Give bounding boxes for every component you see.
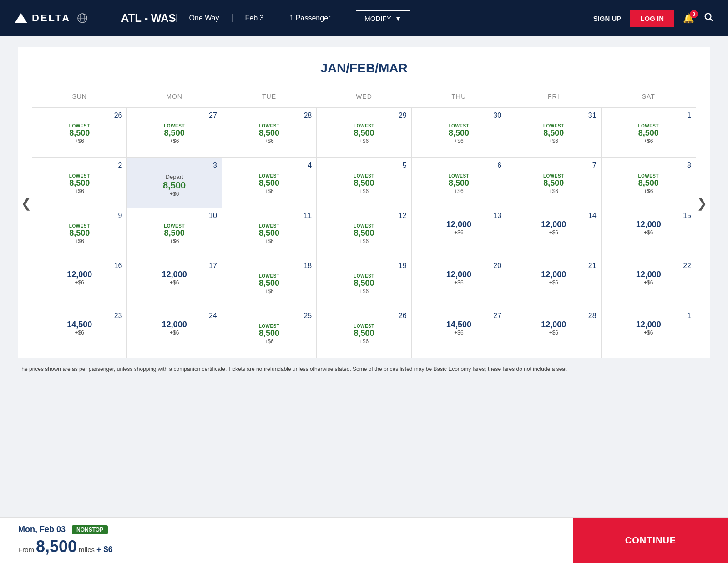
passenger-count: 1 Passenger: [277, 14, 344, 22]
calendar-day-cell[interactable]: 23 14,500 +$6: [32, 308, 127, 358]
price-miles: 12,000: [131, 270, 217, 279]
price-miles: 8,500: [131, 128, 217, 138]
calendar-day-cell[interactable]: 22 12,000 +$6: [601, 258, 696, 308]
svg-point-3: [705, 14, 711, 20]
calendar-day-cell[interactable]: 4 LOWEST 8,500 +$6: [222, 158, 316, 208]
calendar-week-row: 9 LOWEST 8,500 +$6 10 LOWEST 8,500 +$6 1…: [32, 208, 696, 258]
price-label: LOWEST: [321, 173, 406, 178]
day-number: 9: [37, 212, 122, 220]
calendar-day-cell[interactable]: 25 LOWEST 8,500 +$6: [222, 308, 316, 358]
calendar-day-cell[interactable]: 12 LOWEST 8,500 +$6: [317, 208, 411, 258]
search-button[interactable]: [703, 12, 713, 25]
price-miles: 14,500: [37, 320, 122, 330]
calendar-day-cell[interactable]: 5 LOWEST 8,500 +$6: [317, 158, 411, 208]
day-number: 7: [511, 162, 596, 170]
price-fee: +$6: [227, 238, 312, 244]
login-button[interactable]: LOG IN: [630, 10, 674, 27]
calendar-next-button[interactable]: ❯: [697, 195, 707, 210]
calendar-day-cell[interactable]: 24 12,000 +$6: [127, 308, 222, 358]
calendar-day-cell[interactable]: 27 14,500 +$6: [411, 308, 506, 358]
price-miles: 12,000: [511, 270, 596, 279]
price-label: LOWEST: [131, 123, 217, 128]
price-fee: +$6: [321, 338, 406, 345]
calendar-day-cell[interactable]: 19 LOWEST 8,500 +$6: [317, 258, 411, 308]
calendar-day-cell[interactable]: 14 12,000 +$6: [506, 208, 601, 258]
svg-line-4: [710, 19, 713, 21]
bottom-bar-info: Mon, Feb 03 NONSTOP From 8,500 miles + $…: [0, 525, 573, 556]
header-info: One Way Feb 3 1 Passenger: [176, 14, 344, 22]
price-label: LOWEST: [37, 123, 122, 128]
price-label: LOWEST: [606, 123, 691, 128]
col-thu: THU: [411, 89, 506, 108]
price-miles: 12,000: [606, 220, 691, 229]
price-miles: 12,000: [511, 320, 596, 330]
calendar-day-cell[interactable]: 6 LOWEST 8,500 +$6: [411, 158, 506, 208]
price-fee: +$6: [321, 138, 406, 144]
calendar-day-cell[interactable]: 28 12,000 +$6: [506, 308, 601, 358]
calendar-day-cell[interactable]: 29 LOWEST 8,500 +$6: [317, 108, 411, 158]
calendar-day-cell[interactable]: 31 LOWEST 8,500 +$6: [506, 108, 601, 158]
calendar-header-row: SUN MON TUE WED THU FRI SAT: [32, 89, 696, 108]
price-miles: 8,500: [321, 178, 406, 188]
price-fee: +$6: [37, 279, 122, 286]
calendar-day-cell[interactable]: 17 12,000 +$6: [127, 258, 222, 308]
signup-button[interactable]: SIGN UP: [593, 15, 622, 22]
calendar-day-cell[interactable]: 1 LOWEST 8,500 +$6: [601, 108, 696, 158]
notifications-button[interactable]: 🔔 3: [683, 13, 694, 24]
calendar-day-cell[interactable]: 28 LOWEST 8,500 +$6: [222, 108, 316, 158]
depart-fee: +$6: [131, 191, 217, 197]
price-label: LOWEST: [321, 123, 406, 128]
continue-button[interactable]: CONTINUE: [573, 518, 728, 563]
calendar-day-cell[interactable]: 30 LOWEST 8,500 +$6: [411, 108, 506, 158]
price-fee: +$6: [37, 330, 122, 336]
day-number: 12: [321, 212, 406, 220]
price-label: LOWEST: [37, 173, 122, 178]
calendar-day-cell[interactable]: 27 LOWEST 8,500 +$6: [127, 108, 222, 158]
price-miles: 8,500: [321, 228, 406, 238]
calendar-day-cell[interactable]: 21 12,000 +$6: [506, 258, 601, 308]
day-number: 1: [606, 112, 691, 120]
price-label: LOWEST: [606, 173, 691, 178]
price-miles: 8,500: [37, 128, 122, 138]
price-miles: 8,500: [321, 128, 406, 138]
calendar-day-cell[interactable]: 18 LOWEST 8,500 +$6: [222, 258, 316, 308]
price-fee: +$6: [511, 138, 596, 144]
calendar-day-cell[interactable]: 10 LOWEST 8,500 +$6: [127, 208, 222, 258]
price-miles: 8,500: [416, 178, 501, 188]
calendar-day-cell[interactable]: 2 LOWEST 8,500 +$6: [32, 158, 127, 208]
day-number: 2: [37, 162, 122, 170]
price-fee: +$6: [321, 288, 406, 294]
calendar-day-cell[interactable]: 26 LOWEST 8,500 +$6: [317, 308, 411, 358]
day-number: 18: [227, 262, 312, 270]
calendar-day-cell[interactable]: 20 12,000 +$6: [411, 258, 506, 308]
trip-date: Feb 3: [233, 14, 277, 22]
calendar-day-cell[interactable]: 1 12,000 +$6: [601, 308, 696, 358]
price-fee: +$6: [227, 138, 312, 144]
price-fee: +$6: [416, 330, 501, 336]
day-number: 30: [416, 112, 501, 120]
calendar-day-cell[interactable]: 26 LOWEST 8,500 +$6: [32, 108, 127, 158]
calendar-day-cell[interactable]: 8 LOWEST 8,500 +$6: [601, 158, 696, 208]
price-fee: +$6: [416, 188, 501, 194]
price-fee: +$6: [606, 330, 691, 336]
day-number: 25: [227, 312, 312, 320]
calendar-day-cell[interactable]: 11 LOWEST 8,500 +$6: [222, 208, 316, 258]
price-miles: 8,500: [511, 178, 596, 188]
notification-badge: 3: [690, 10, 698, 18]
calendar-day-cell[interactable]: 9 LOWEST 8,500 +$6: [32, 208, 127, 258]
calendar-day-cell[interactable]: 7 LOWEST 8,500 +$6: [506, 158, 601, 208]
modify-button[interactable]: MODIFY ▼: [356, 10, 410, 26]
price-miles: 8,500: [227, 329, 312, 338]
calendar-day-cell[interactable]: 16 12,000 +$6: [32, 258, 127, 308]
bottom-fee: + $6: [96, 545, 113, 554]
price-miles: 12,000: [606, 270, 691, 279]
price-miles: 8,500: [131, 228, 217, 238]
globe-icon: [77, 13, 88, 24]
col-sat: SAT: [601, 89, 696, 108]
calendar-day-cell[interactable]: 15 12,000 +$6: [601, 208, 696, 258]
calendar-day-cell[interactable]: 3 Depart 8,500 +$6: [127, 158, 222, 208]
col-tue: TUE: [222, 89, 316, 108]
calendar-day-cell[interactable]: 13 12,000 +$6: [411, 208, 506, 258]
header-right: SIGN UP LOG IN 🔔 3: [593, 10, 713, 27]
calendar-prev-button[interactable]: ❮: [21, 195, 31, 210]
